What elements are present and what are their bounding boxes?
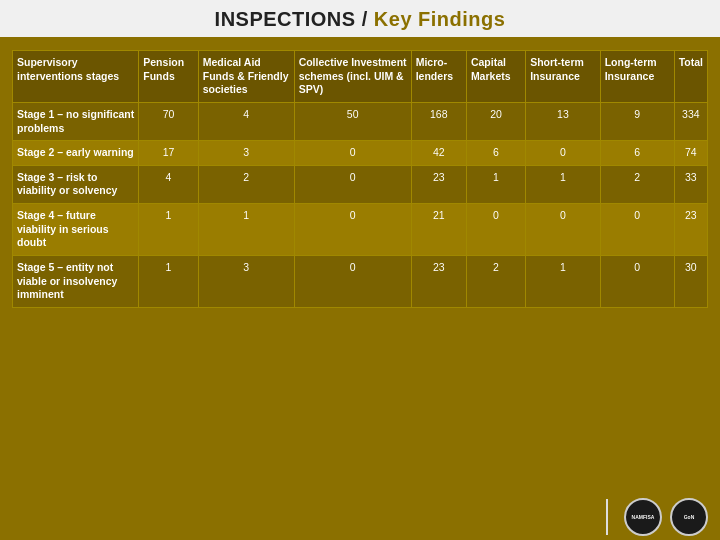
namfisa-logo-text: NAMFISA [632,514,655,520]
namfisa-logo: NAMFISA [624,498,662,536]
stage-2-label: Stage 2 – early warning [13,141,139,166]
title-highlight: Key Findings [374,8,506,30]
stage-5-medical: 3 [198,256,294,308]
col-header-collective: Collective Investment schemes (incl. UIM… [294,51,411,103]
stage-3-collective: 0 [294,165,411,203]
stage-4-label: Stage 4 – future viability in serious do… [13,204,139,256]
col-header-capital: Capital Markets [466,51,525,103]
col-header-stages: Supervisory interventions stages [13,51,139,103]
stage-4-collective: 0 [294,204,411,256]
stage-3-label: Stage 3 – risk to viability or solvency [13,165,139,203]
stage-1-short: 13 [526,102,600,140]
stage-3-pension: 4 [139,165,198,203]
stage-3-short: 1 [526,165,600,203]
stage-1-medical: 4 [198,102,294,140]
stage-3-medical: 2 [198,165,294,203]
page-title: INSPECTIONS / Key Findings [0,8,720,31]
stage-4-pension: 1 [139,204,198,256]
stage-2-total: 74 [674,141,707,166]
table-row: Stage 5 – entity not viable or insolvenc… [13,256,708,308]
stage-4-total: 23 [674,204,707,256]
stage-5-pension: 1 [139,256,198,308]
col-header-short: Short-term Insurance [526,51,600,103]
stage-1-capital: 20 [466,102,525,140]
stage-5-total: 30 [674,256,707,308]
col-header-long: Long-term Insurance [600,51,674,103]
data-table: Supervisory interventions stages Pension… [12,50,708,308]
stage-2-medical: 3 [198,141,294,166]
title-plain: INSPECTIONS / [215,8,374,30]
table-row: Stage 4 – future viability in serious do… [13,204,708,256]
stage-1-total: 334 [674,102,707,140]
stage-1-micro: 168 [411,102,466,140]
stage-2-micro: 42 [411,141,466,166]
title-bar: INSPECTIONS / Key Findings [0,0,720,40]
stage-5-long: 0 [600,256,674,308]
gov-logo: GoN [670,498,708,536]
stage-2-short: 0 [526,141,600,166]
page-container: INSPECTIONS / Key Findings Supervisory i… [0,0,720,540]
stage-5-short: 1 [526,256,600,308]
stage-5-label: Stage 5 – entity not viable or insolvenc… [13,256,139,308]
stage-2-long: 6 [600,141,674,166]
stage-2-pension: 17 [139,141,198,166]
stage-4-capital: 0 [466,204,525,256]
gov-logo-text: GoN [684,514,695,520]
stage-1-long: 9 [600,102,674,140]
stage-4-short: 0 [526,204,600,256]
table-header-row: Supervisory interventions stages Pension… [13,51,708,103]
table-row: Stage 1 – no significant problems 70 4 5… [13,102,708,140]
stage-3-capital: 1 [466,165,525,203]
stage-5-capital: 2 [466,256,525,308]
stage-5-collective: 0 [294,256,411,308]
stage-4-medical: 1 [198,204,294,256]
stage-1-label: Stage 1 – no significant problems [13,102,139,140]
stage-2-capital: 6 [466,141,525,166]
table-row: Stage 2 – early warning 17 3 0 42 6 0 6 … [13,141,708,166]
col-header-total: Total [674,51,707,103]
stage-1-pension: 70 [139,102,198,140]
footer-area: NAMFISA GoN [0,492,720,540]
stage-3-micro: 23 [411,165,466,203]
col-header-micro: Micro-lenders [411,51,466,103]
stage-1-collective: 50 [294,102,411,140]
stage-3-long: 2 [600,165,674,203]
col-header-pension: Pension Funds [139,51,198,103]
stage-5-micro: 23 [411,256,466,308]
footer-separator [606,499,608,535]
col-header-medical: Medical Aid Funds & Friendly societies [198,51,294,103]
table-row: Stage 3 – risk to viability or solvency … [13,165,708,203]
stage-3-total: 33 [674,165,707,203]
table-wrapper: Supervisory interventions stages Pension… [12,50,708,308]
stage-4-long: 0 [600,204,674,256]
stage-4-micro: 21 [411,204,466,256]
stage-2-collective: 0 [294,141,411,166]
